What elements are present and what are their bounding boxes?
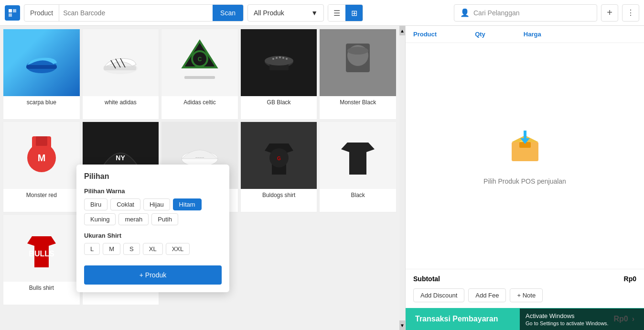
chevron-right-icon: › (632, 315, 634, 323)
app-logo (5, 5, 20, 21)
tag-kuning[interactable]: Kuning (84, 213, 116, 225)
product-name-gb-black: GB Black (265, 96, 293, 106)
tag-xxl[interactable]: XXL (166, 243, 190, 255)
product-name-black: Black (349, 189, 367, 198)
cari-pelanggan-label: Cari Pelanggan (473, 9, 520, 17)
product-card-monster-red[interactable]: M Monster red (3, 121, 80, 212)
pilihan-warna-title: Pilihan Warna (84, 187, 222, 195)
qty-column-header: Qty (475, 31, 485, 38)
product-card-adidas-celtic[interactable]: C Adidas celtic (161, 29, 238, 120)
view-toggle: ☰ ⊞ (328, 4, 363, 22)
empty-cart-text: Pilih Produk POS penjualan (483, 177, 566, 185)
product-name-monster-red: Monster red (24, 189, 59, 198)
scrollbar: ▲ ▼ (399, 26, 405, 330)
tag-l[interactable]: L (84, 243, 100, 255)
product-name-bulldogs-shirt: Buldogs shirt (260, 189, 297, 198)
pilihan-warna-tags: Biru Coklat Hijau Hitam Kuning merah Put… (84, 198, 222, 225)
product-column-header: Product (413, 31, 437, 38)
add-discount-button[interactable]: Add Discount (413, 288, 464, 302)
svg-point-24 (347, 47, 368, 55)
transaksi-label: Transaksi Pembayaran (415, 315, 498, 323)
pilihan-panel: Pilihan Pilihan Warna Biru Coklat Hijau … (76, 165, 229, 292)
svg-text:NY: NY (116, 154, 126, 162)
svg-point-18 (276, 57, 278, 59)
svg-point-21 (286, 58, 288, 60)
product-image-white-adidas (83, 29, 159, 96)
empty-cart-icon (506, 127, 544, 172)
product-image-adidas-celtic: C (161, 29, 238, 96)
product-card-scarpa-blue[interactable]: scarpa blue (3, 29, 80, 120)
tag-merah[interactable]: merah (118, 213, 149, 225)
chevron-down-icon: ▼ (311, 9, 318, 17)
pilihan-ukuran-tags: L M S XL XXL (84, 243, 222, 255)
product-card-white-adidas[interactable]: white adidas (82, 29, 160, 120)
tag-hijau[interactable]: Hijau (143, 198, 170, 210)
product-card-gb-black[interactable]: GB Black (240, 29, 318, 120)
svg-rect-4 (26, 65, 57, 69)
note-button[interactable]: + Note (510, 288, 543, 302)
product-name-white-adidas: white adidas (103, 96, 139, 106)
cart-footer: Subtotal Rp0 Add Discount Add Fee + Note… (406, 269, 644, 330)
transaksi-right: Rp0 › (613, 315, 634, 323)
scroll-up[interactable]: ▲ (399, 26, 405, 35)
tag-biru[interactable]: Biru (84, 198, 107, 210)
grid-view-button[interactable]: ⊞ (345, 5, 363, 22)
scan-button[interactable]: Scan (213, 5, 243, 21)
add-fee-button[interactable]: Add Fee (468, 288, 506, 302)
svg-text:~~~~: ~~~~ (195, 155, 204, 160)
tag-hitam[interactable]: Hitam (173, 198, 202, 210)
tag-m[interactable]: M (103, 243, 120, 255)
svg-rect-13 (184, 76, 215, 79)
product-name-adidas-celtic: Adidas celtic (182, 96, 217, 106)
svg-text:BULLS: BULLS (29, 250, 54, 258)
product-name-scarpa-blue: scarpa blue (25, 96, 58, 106)
empty-cart: Pilih Produk POS penjualan (406, 43, 644, 269)
harga-column-header: Harga (524, 31, 541, 38)
product-image-monster-red: M (3, 122, 80, 189)
add-produk-button[interactable]: + Produk (84, 265, 222, 285)
pilihan-title: Pilihan (84, 172, 222, 181)
all-produk-dropdown[interactable]: All Produk ▼ (247, 4, 324, 22)
subtotal-row: Subtotal Rp0 (406, 269, 644, 288)
product-area: scarpa blue white adidas (0, 26, 405, 330)
svg-text:G: G (277, 156, 281, 161)
list-view-button[interactable]: ☰ (328, 5, 345, 22)
more-options-button[interactable]: ⋮ (622, 4, 639, 22)
svg-text:C: C (198, 56, 202, 63)
tag-coklat[interactable]: Coklat (110, 198, 140, 210)
svg-rect-1 (13, 9, 16, 12)
tag-xl[interactable]: XL (143, 243, 163, 255)
transaksi-value: Rp0 (613, 315, 628, 323)
tag-s[interactable]: S (123, 243, 140, 255)
add-button[interactable]: + (601, 4, 618, 22)
right-panel: Product Qty Harga Pilih Produk POS penju… (405, 26, 644, 330)
scan-barcode-input[interactable]: Product Scan (24, 4, 244, 22)
product-card-bulls-shirt[interactable]: BULLS Bulls shirt (3, 214, 80, 305)
pilihan-ukuran-title: Ukuran Shirt (84, 232, 222, 239)
product-image-monster-black (320, 29, 396, 96)
transaksi-button[interactable]: Transaksi Pembayaran Rp0 › (406, 308, 644, 330)
header-right: 👤 Cari Pelanggan + ⋮ (367, 4, 639, 22)
header: Product Scan All Produk ▼ ☰ ⊞ 👤 Cari Pel… (0, 0, 644, 26)
all-produk-label: All Produk (254, 9, 284, 17)
product-image-black (320, 122, 396, 189)
cari-pelanggan-input[interactable]: 👤 Cari Pelanggan (454, 4, 597, 22)
product-card-monster-black[interactable]: Monster Black (319, 29, 397, 120)
cart-header: Product Qty Harga (406, 26, 644, 43)
svg-text:M: M (37, 153, 45, 163)
tag-putih[interactable]: Putih (151, 213, 178, 225)
main-content: scarpa blue white adidas (0, 26, 644, 330)
product-card-black[interactable]: Black (319, 121, 397, 212)
product-tab[interactable]: Product (24, 5, 59, 21)
action-buttons: Add Discount Add Fee + Note (406, 288, 644, 308)
product-card-bulldogs-shirt[interactable]: G Buldogs shirt (240, 121, 318, 212)
product-name-bulls-shirt: Bulls shirt (27, 282, 56, 291)
svg-point-20 (282, 57, 284, 59)
subtotal-value: Rp0 (624, 275, 636, 283)
svg-point-19 (279, 56, 281, 58)
product-name-monster-black: Monster Black (338, 96, 378, 106)
barcode-field[interactable] (59, 5, 213, 21)
scroll-down[interactable]: ▼ (399, 320, 405, 330)
customer-icon: 👤 (460, 8, 470, 17)
svg-point-17 (272, 58, 274, 60)
